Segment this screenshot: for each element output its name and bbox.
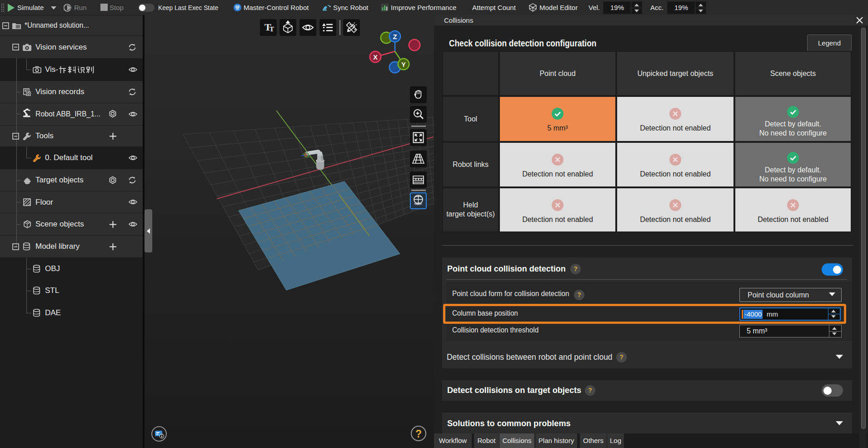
svg-text:T: T xyxy=(269,25,274,33)
svg-text:Y: Y xyxy=(401,60,406,68)
svg-text:X: X xyxy=(373,53,378,61)
svg-text:Z: Z xyxy=(393,33,397,40)
